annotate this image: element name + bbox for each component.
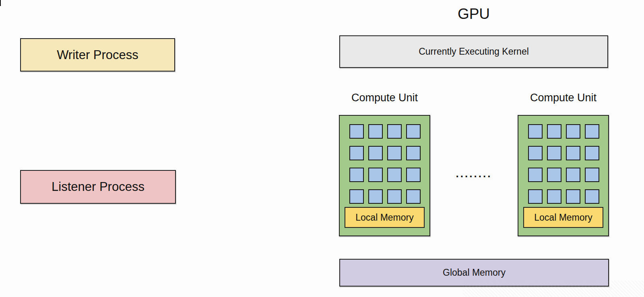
processing-element-grid <box>528 124 599 204</box>
processing-element <box>566 146 580 160</box>
processing-element <box>368 146 383 160</box>
local-memory-box: Local Memory <box>345 207 425 228</box>
processing-element <box>387 124 402 139</box>
listener-process-label: Listener Process <box>52 180 144 194</box>
processing-element <box>406 146 421 160</box>
processing-element <box>585 189 599 204</box>
processing-element <box>547 146 561 160</box>
processing-element <box>585 124 599 139</box>
processing-element <box>547 189 561 204</box>
processing-element-grid <box>349 124 421 204</box>
processing-element <box>368 189 383 204</box>
processing-element <box>566 189 580 204</box>
compute-unit-label: Compute Unit <box>339 92 430 104</box>
writer-process-label: Writer Process <box>57 48 138 62</box>
processing-element <box>585 168 599 182</box>
global-memory-box: Global Memory <box>339 259 609 287</box>
global-memory-label: Global Memory <box>443 267 506 278</box>
processing-element <box>528 124 543 139</box>
processing-element <box>406 124 421 139</box>
processing-element <box>547 168 561 182</box>
currently-executing-kernel-label: Currently Executing Kernel <box>419 46 529 57</box>
processing-element <box>566 168 580 182</box>
processing-element <box>349 189 364 204</box>
processing-element <box>387 146 402 160</box>
processing-element <box>406 189 421 204</box>
stray-mark <box>0 0 1 6</box>
processing-element <box>349 146 364 160</box>
processing-element <box>585 146 599 160</box>
ellipsis-dots: ........ <box>430 166 518 182</box>
local-memory-label: Local Memory <box>534 212 592 223</box>
processing-element <box>566 124 580 139</box>
listener-process-box: Listener Process <box>20 170 176 204</box>
processing-element <box>406 168 421 182</box>
processing-element <box>528 146 543 160</box>
local-memory-label: Local Memory <box>355 212 413 223</box>
gpu-title: GPU <box>339 6 608 23</box>
compute-unit-box: Local Memory <box>339 115 430 236</box>
processing-element <box>528 168 543 182</box>
processing-element <box>528 189 543 204</box>
processing-element <box>349 168 364 182</box>
processing-element <box>387 168 402 182</box>
processing-element <box>368 168 383 182</box>
processing-element <box>349 124 364 139</box>
compute-unit-label: Compute Unit <box>518 92 609 104</box>
gpu-architecture-diagram: Writer Process Listener Process GPU Curr… <box>0 0 644 297</box>
processing-element <box>387 189 402 204</box>
processing-element <box>547 124 561 139</box>
processing-element <box>368 124 383 139</box>
compute-unit-box: Local Memory <box>518 115 609 236</box>
writer-process-box: Writer Process <box>20 38 175 72</box>
currently-executing-kernel-box: Currently Executing Kernel <box>339 35 608 68</box>
local-memory-box: Local Memory <box>523 207 603 228</box>
